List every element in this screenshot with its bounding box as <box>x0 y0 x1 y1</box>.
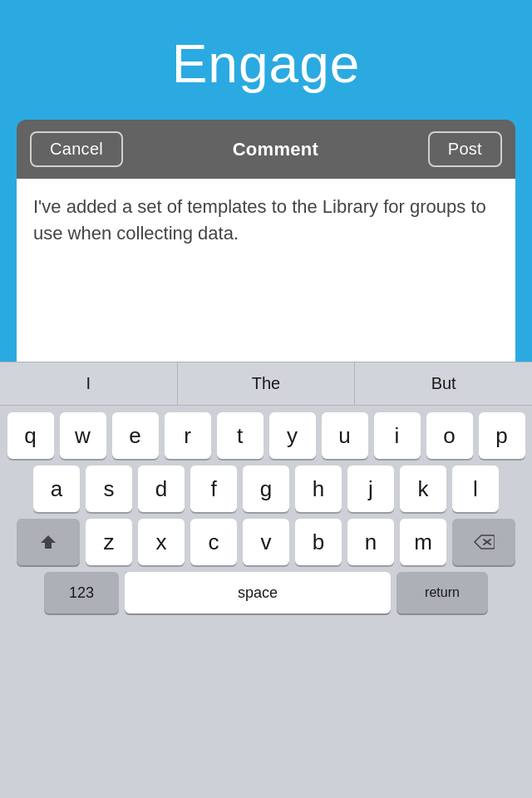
key-b[interactable]: b <box>295 519 342 565</box>
app-header: Engage <box>0 0 532 120</box>
return-key[interactable]: return <box>397 572 488 613</box>
key-row-1: q w e r t y u i o p <box>3 412 529 459</box>
autocomplete-item-1[interactable]: The <box>178 362 356 405</box>
autocomplete-bar: I The But <box>0 362 532 406</box>
comment-input[interactable]: I've added a set of templates to the Lib… <box>17 179 515 362</box>
modal-toolbar: Cancel Comment Post <box>17 120 515 179</box>
key-w[interactable]: w <box>60 412 106 459</box>
key-y[interactable]: y <box>269 412 316 459</box>
key-z[interactable]: z <box>86 519 132 565</box>
key-q[interactable]: q <box>7 412 54 459</box>
numbers-key[interactable]: 123 <box>44 572 119 613</box>
key-c[interactable]: c <box>190 519 237 565</box>
space-key[interactable]: space <box>125 572 391 613</box>
key-row-4: 123 space return <box>3 572 529 617</box>
key-x[interactable]: x <box>138 519 185 565</box>
app-title: Engage <box>172 34 361 94</box>
key-n[interactable]: n <box>347 519 394 565</box>
key-t[interactable]: t <box>217 412 264 459</box>
cancel-button[interactable]: Cancel <box>30 131 123 167</box>
modal-title: Comment <box>233 139 319 160</box>
key-a[interactable]: a <box>33 466 80 512</box>
shift-key[interactable] <box>17 519 80 565</box>
post-button[interactable]: Post <box>428 131 502 167</box>
key-g[interactable]: g <box>243 466 289 512</box>
key-row-3: z x c v b n m <box>3 519 529 565</box>
key-s[interactable]: s <box>86 466 132 512</box>
autocomplete-item-2[interactable]: But <box>355 362 532 405</box>
keyboard-keys: q w e r t y u i o p a s d f g h j k l <box>0 406 532 798</box>
key-row-2: a s d f g h j k l <box>3 466 529 512</box>
autocomplete-item-0[interactable]: I <box>0 362 178 405</box>
key-r[interactable]: r <box>165 412 211 459</box>
key-l[interactable]: l <box>452 466 499 512</box>
key-o[interactable]: o <box>426 412 473 459</box>
key-h[interactable]: h <box>295 466 342 512</box>
key-i[interactable]: i <box>374 412 421 459</box>
key-j[interactable]: j <box>347 466 394 512</box>
key-u[interactable]: u <box>322 412 368 459</box>
key-k[interactable]: k <box>400 466 446 512</box>
key-f[interactable]: f <box>190 466 237 512</box>
key-p[interactable]: p <box>479 412 525 459</box>
key-e[interactable]: e <box>112 412 159 459</box>
key-m[interactable]: m <box>400 519 446 565</box>
key-d[interactable]: d <box>138 466 185 512</box>
modal-container: Cancel Comment Post <box>17 120 515 179</box>
key-v[interactable]: v <box>243 519 289 565</box>
delete-key[interactable] <box>452 519 515 565</box>
keyboard-wrapper: I The But q w e r t y u i o p a s d f g … <box>0 362 532 798</box>
